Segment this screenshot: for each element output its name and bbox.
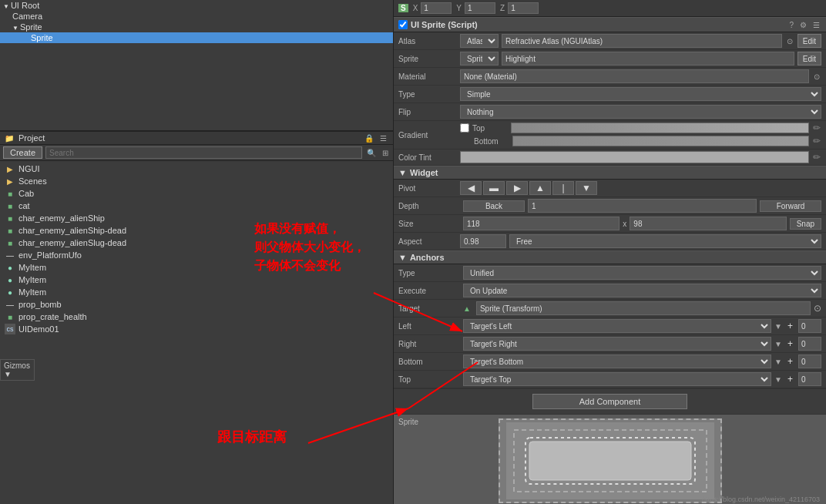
y-value-input[interactable] [465, 2, 495, 14]
anchor-execute-select[interactable]: On Update [463, 284, 821, 297]
material-circle-icon[interactable]: ⊙ [812, 72, 821, 81]
project-item-crate[interactable]: ■ prop_crate_health [0, 311, 393, 323]
hierarchy-item-camera[interactable]: Camera [0, 11, 393, 22]
color-tint-edit-btn[interactable]: ✏ [812, 152, 821, 163]
material-field[interactable] [460, 69, 809, 83]
project-item-myitem3[interactable]: ● MyItem [0, 286, 393, 298]
x-value-input[interactable] [421, 2, 452, 14]
gradient-value: Top ✏ Bottom ✏ [460, 123, 821, 147]
pivot-right-btn[interactable]: ▶ [506, 181, 528, 195]
hierarchy-item-sprite-child[interactable]: Sprite [0, 32, 393, 43]
search-input[interactable] [45, 146, 362, 159]
type-row: Type Simple [394, 86, 826, 103]
project-item-char3[interactable]: ■ char_enemy_alienSlug-dead [0, 237, 393, 249]
prefab-icon: ■ [5, 200, 15, 211]
project-item-cab[interactable]: ■ Cab [0, 187, 393, 200]
project-item-char1[interactable]: ■ char_enemy_alienShip [0, 212, 393, 224]
project-item-scenes[interactable]: ▶ Scenes [0, 175, 393, 187]
widget-title: Widget [410, 168, 438, 177]
project-item-uidemo[interactable]: cs UIDemo01 [0, 323, 393, 335]
size-width-input[interactable] [463, 217, 620, 230]
project-item-bomb[interactable]: — prop_bomb [0, 298, 393, 311]
type-select[interactable]: Simple [460, 87, 821, 101]
atlas-value: Atlas ⊙ Edit [460, 34, 821, 48]
project-item-cat[interactable]: ■ cat [0, 200, 393, 212]
z-label: Z [500, 4, 505, 12]
anchor-target-input[interactable] [476, 301, 811, 315]
add-component-bar: Add Component [394, 388, 826, 414]
anchor-type-select[interactable]: Unified [463, 266, 821, 280]
atlas-type-select[interactable]: Atlas [460, 34, 499, 48]
hierarchy-item-uiroot[interactable]: ▼UI Root [0, 0, 393, 11]
color-tint-swatch[interactable] [460, 151, 809, 163]
sprite-edit-btn[interactable]: Edit [797, 52, 821, 66]
gradient-bottom-edit-btn[interactable]: ✏ [812, 136, 821, 146]
anchor-top-row: Top Target's Top ▼ + [394, 371, 826, 388]
project-item-char2[interactable]: ■ char_enemy_alienShip-dead [0, 224, 393, 237]
anchor-bottom-num[interactable] [798, 354, 821, 368]
flip-select[interactable]: Nothing [460, 105, 821, 119]
pivot-center-btn[interactable]: ▬ [483, 181, 505, 195]
z-value-input[interactable] [508, 2, 539, 14]
aspect-mode-select[interactable]: Free [509, 234, 821, 248]
anchor-top-select[interactable]: Target's Top [463, 372, 771, 386]
project-items-list: ▶ NGUI ▶ Scenes ■ Cab ■ cat ■ char_ene [0, 161, 393, 487]
atlas-edit-btn[interactable]: Edit [797, 34, 821, 48]
atlas-circle-icon[interactable]: ⊙ [785, 37, 794, 45]
project-item-myitem2[interactable]: ● MyItem [0, 274, 393, 286]
depth-back-btn[interactable]: Back [463, 200, 525, 212]
hierarchy-item-sprite-parent[interactable]: ▼Sprite [0, 22, 393, 32]
sprite-value: Sprite Edit [460, 52, 821, 66]
project-menu-btn[interactable]: ☰ [378, 134, 388, 143]
anchor-target-circle-btn[interactable]: ⊙ [814, 303, 821, 314]
anchor-top-circle-btn[interactable]: ▼ [774, 375, 782, 384]
pivot-mid-btn[interactable]: | [552, 181, 574, 195]
size-height-input[interactable] [630, 217, 786, 230]
anchor-right-select[interactable]: Target's Right [463, 337, 771, 351]
filter-icon[interactable]: ⊞ [381, 149, 390, 157]
anchor-left-circle-btn[interactable]: ▼ [774, 322, 782, 331]
anchor-target-label: Target [398, 304, 460, 313]
gradient-bottom-bar[interactable] [512, 136, 809, 146]
aspect-value-input[interactable] [460, 234, 506, 248]
gradient-top-checkbox[interactable] [460, 123, 469, 133]
create-button[interactable]: Create [3, 146, 42, 159]
project-item-myitem1[interactable]: ● MyItem [0, 261, 393, 274]
atlas-field[interactable] [502, 34, 782, 48]
depth-value-input[interactable] [528, 199, 757, 213]
project-item-env[interactable]: — env_PlatformUfo [0, 249, 393, 261]
anchor-left-label: Left [398, 322, 460, 331]
anchor-top-num[interactable] [798, 372, 821, 386]
pivot-up-btn[interactable]: ▲ [529, 181, 551, 195]
project-lock-btn[interactable]: 🔒 [363, 134, 375, 143]
prefab-icon: ■ [5, 237, 15, 248]
anchor-left-num[interactable] [798, 319, 821, 333]
gradient-top-bar[interactable] [511, 123, 809, 133]
add-component-btn[interactable]: Add Component [532, 394, 688, 409]
gradient-top-edit-btn[interactable]: ✏ [812, 123, 821, 133]
search-icon[interactable]: 🔍 [365, 149, 378, 157]
component-help-btn[interactable]: ? [787, 21, 795, 29]
component-menu-btn[interactable]: ☰ [811, 21, 821, 29]
sprite-preview: Sprite https://blog.csdn.net/weixin_4211… [394, 414, 826, 504]
sprite-field[interactable] [502, 52, 794, 66]
project-item-ngui[interactable]: ▶ NGUI [0, 163, 393, 175]
size-snap-btn[interactable]: Snap [790, 218, 821, 230]
folder-icon: ▶ [5, 176, 15, 186]
anchor-bottom-select[interactable]: Target's Bottom [463, 354, 771, 368]
anchor-left-select[interactable]: Target's Left [463, 319, 771, 333]
pivot-label: Pivot [398, 184, 460, 193]
depth-forward-btn[interactable]: Forward [760, 200, 821, 212]
sprite-type-select[interactable]: Sprite [460, 52, 499, 66]
x-coord-group: X [413, 2, 452, 14]
anchor-bottom-circle-btn[interactable]: ▼ [774, 358, 782, 366]
gizmos-label: Gizmos ▼ [4, 361, 31, 378]
gizmos-bar[interactable]: Gizmos ▼ [0, 359, 35, 381]
anchor-right-circle-btn[interactable]: ▼ [774, 340, 782, 348]
pivot-left-btn[interactable]: ◀ [460, 181, 482, 195]
anchor-execute-label: Execute [398, 287, 460, 295]
component-settings-btn[interactable]: ⚙ [798, 21, 808, 29]
pivot-down-btn[interactable]: ▼ [576, 181, 597, 195]
component-enable-checkbox[interactable] [398, 20, 408, 29]
anchor-right-num[interactable] [798, 337, 821, 351]
